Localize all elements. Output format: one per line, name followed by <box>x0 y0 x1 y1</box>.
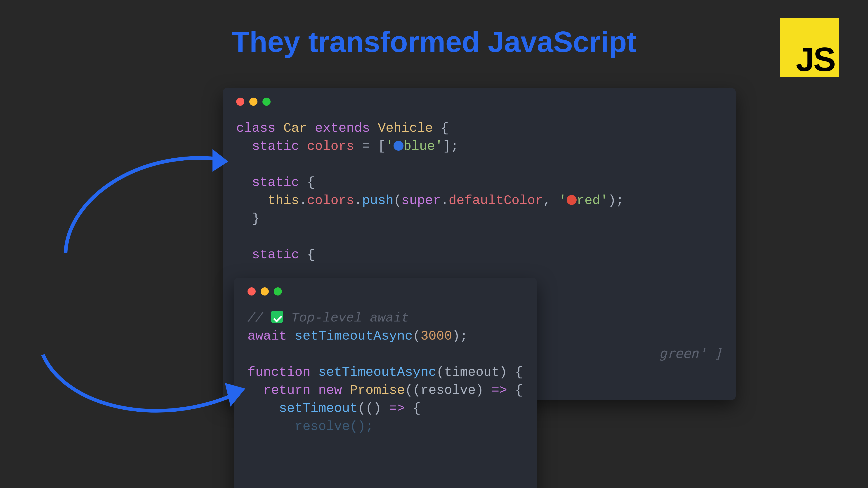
traffic-yellow-icon <box>260 287 269 295</box>
js-logo-text: JS <box>796 42 835 76</box>
code-window-await: // Top-level await await setTimeoutAsync… <box>234 278 537 488</box>
arrow-icon-1 <box>54 135 240 271</box>
traffic-red-icon <box>248 287 256 295</box>
code-fragment-green: green' ] <box>659 346 722 361</box>
svg-marker-0 <box>213 149 228 172</box>
traffic-green-icon <box>274 287 282 295</box>
traffic-green-icon <box>262 98 271 106</box>
js-logo: JS <box>780 18 839 77</box>
code-block-classes: class Car extends Vehicle { static color… <box>223 106 736 264</box>
slide-title: They transformed JavaScript <box>231 25 637 59</box>
traffic-lights <box>234 278 537 295</box>
svg-marker-1 <box>225 383 245 407</box>
blue-circle-icon <box>394 141 403 151</box>
traffic-yellow-icon <box>249 98 257 106</box>
check-icon <box>271 311 283 323</box>
traffic-lights <box>223 88 736 106</box>
arrow-icon-2 <box>34 348 255 438</box>
traffic-red-icon <box>236 98 244 106</box>
red-circle-icon <box>567 195 577 205</box>
code-block-await: // Top-level await await setTimeoutAsync… <box>234 295 537 435</box>
